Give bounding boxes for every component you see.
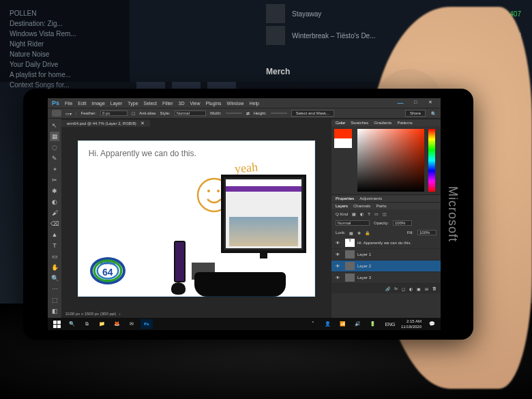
tab-patterns[interactable]: Patterns	[397, 121, 412, 125]
layer-row[interactable]: 👁 Layer 3	[331, 272, 441, 284]
more-tools[interactable]: ⋯	[50, 284, 59, 294]
tray-battery-icon[interactable]: 🔋	[367, 319, 379, 329]
firefox-icon[interactable]: 🦊	[110, 319, 123, 329]
menu-help[interactable]: Help	[249, 101, 258, 106]
visibility-icon[interactable]: 👁	[336, 252, 342, 256]
menu-layer[interactable]: Layer	[110, 101, 123, 106]
menu-window[interactable]: Window	[227, 101, 244, 106]
layer-mask-icon[interactable]: ◻	[402, 286, 405, 291]
tab-layers[interactable]: Layers	[336, 204, 348, 208]
opacity-input[interactable]: 100%	[393, 220, 412, 226]
layer-row[interactable]: 👁 Layer 2	[331, 261, 441, 272]
close-button[interactable]: ✕	[424, 100, 437, 106]
tab-color[interactable]: Color	[336, 121, 345, 125]
feather-input[interactable]: 0 px	[100, 110, 128, 116]
frame-tool[interactable]: ✂	[50, 175, 59, 185]
swap-icon[interactable]: ⇄	[246, 111, 250, 116]
select-and-mask-button[interactable]: Select and Mask...	[291, 110, 334, 117]
canvas[interactable]: Hi. Apparently we can do this. yeah AARC…	[78, 141, 315, 297]
tab-channels[interactable]: Channels	[353, 204, 370, 208]
style-select[interactable]: Normal	[175, 110, 206, 116]
layer-fx-icon[interactable]: fx	[394, 286, 398, 291]
filter-type-icon[interactable]: T	[368, 212, 370, 216]
minimize-button[interactable]: —	[394, 100, 407, 106]
tab-paths[interactable]: Paths	[376, 204, 386, 208]
lock-position-icon[interactable]: ✥	[357, 231, 361, 235]
new-fill-icon[interactable]: ◐	[409, 286, 413, 291]
menu-image[interactable]: Image	[91, 101, 104, 106]
mail-icon[interactable]: ✉	[125, 319, 138, 329]
filter-pixel-icon[interactable]: ▦	[352, 211, 356, 216]
menu-file[interactable]: File	[65, 101, 72, 106]
lasso-tool[interactable]: ◌	[50, 143, 59, 152]
layer-row[interactable]: 👁 T Hi. Apparently we can do this.	[331, 237, 441, 249]
tray-clock[interactable]: 2:15 AM 11/18/2020	[401, 319, 423, 329]
type-tool[interactable]: T	[50, 241, 59, 250]
move-tool[interactable]: ↖	[50, 121, 59, 130]
menu-edit[interactable]: Edit	[78, 101, 86, 106]
tab-properties[interactable]: Properties	[336, 196, 354, 201]
hand-tool[interactable]: ✋	[50, 263, 59, 272]
home-icon[interactable]	[52, 110, 61, 117]
delete-layer-icon[interactable]: 🗑	[432, 286, 437, 291]
menu-select[interactable]: Select	[144, 101, 157, 106]
filter-shape-icon[interactable]: ▭	[374, 211, 379, 216]
search-icon[interactable]: 🔍	[430, 111, 437, 116]
fg-bg-color[interactable]	[334, 129, 352, 192]
filter-adjust-icon[interactable]: ◐	[360, 211, 364, 216]
link-layers-icon[interactable]: 🔗	[385, 286, 390, 291]
width-input[interactable]	[226, 113, 242, 114]
tray-people-icon[interactable]: 👤	[322, 319, 334, 329]
tray-language[interactable]: ENG	[382, 319, 398, 329]
brush-tool[interactable]: 🖌	[50, 208, 59, 218]
explorer-icon[interactable]: 📁	[95, 319, 108, 329]
tab-swatches[interactable]: Swatches	[351, 121, 368, 125]
search-icon[interactable]: 🔍	[65, 319, 78, 329]
zoom-tool[interactable]: 🔍	[50, 274, 59, 283]
shape-tool[interactable]: ▭	[50, 252, 59, 261]
visibility-icon[interactable]: 👁	[336, 264, 342, 268]
visibility-icon[interactable]: 👁	[336, 241, 342, 245]
menu-type[interactable]: Type	[128, 101, 138, 106]
stamp-tool[interactable]: ⌫	[50, 219, 59, 228]
action-center-icon[interactable]: 💬	[426, 319, 438, 329]
marquee-tool[interactable]: ▦	[50, 132, 59, 141]
tray-volume-icon[interactable]: 🔊	[352, 319, 364, 329]
status-chevron-icon[interactable]: ›	[119, 312, 120, 316]
color-picker-field[interactable]	[357, 129, 424, 192]
eyedropper-tool[interactable]: ✱	[50, 186, 59, 196]
new-group-icon[interactable]: ▣	[417, 286, 421, 291]
quickmask-toggle[interactable]: ◧	[50, 306, 59, 316]
tray-network-icon[interactable]: 📶	[337, 319, 349, 329]
heal-tool[interactable]: ◐	[50, 197, 59, 207]
maximize-button[interactable]: □	[409, 100, 422, 106]
antialias-checkbox[interactable]: ☐	[132, 111, 135, 116]
layer-row[interactable]: 👁 Layer 1	[331, 249, 441, 261]
new-layer-icon[interactable]: ⊞	[425, 286, 428, 291]
share-button[interactable]: Share	[405, 110, 426, 117]
menu-3d[interactable]: 3D	[179, 101, 185, 106]
tab-adjustments[interactable]: Adjustments	[359, 196, 382, 201]
task-view-icon[interactable]: ⧉	[80, 319, 93, 329]
gradient-tool[interactable]: ▲	[50, 230, 59, 239]
menu-plugins[interactable]: Plugins	[206, 101, 222, 106]
fill-input[interactable]: 100%	[417, 230, 437, 235]
height-input[interactable]	[271, 113, 287, 114]
document-tab[interactable]: arm64.psd @ 44.7% (Layer 2, RGB/8) ✕	[61, 120, 150, 127]
fg-bg-swatch[interactable]: ⬚	[50, 295, 59, 305]
wand-tool[interactable]: ✎	[50, 153, 59, 163]
visibility-icon[interactable]: 👁	[336, 276, 342, 280]
start-button[interactable]	[50, 319, 63, 329]
lock-all-icon[interactable]: 🔒	[365, 231, 370, 235]
canvas-viewport[interactable]: Hi. Apparently we can do this. yeah AARC…	[61, 128, 331, 310]
photoshop-taskbar-icon[interactable]: Ps	[141, 319, 153, 329]
crop-tool[interactable]: ⌖	[50, 164, 59, 174]
tray-up-icon[interactable]: ˄	[307, 319, 319, 329]
tool-preset-icon[interactable]: ▭▾	[65, 111, 72, 116]
lock-pixels-icon[interactable]: ▦	[349, 231, 353, 235]
menu-view[interactable]: View	[190, 101, 201, 106]
tab-close-icon[interactable]: ✕	[141, 121, 145, 126]
menu-filter[interactable]: Filter	[162, 101, 173, 106]
blend-mode-select[interactable]: Normal	[336, 220, 370, 226]
hue-slider[interactable]	[428, 129, 435, 192]
